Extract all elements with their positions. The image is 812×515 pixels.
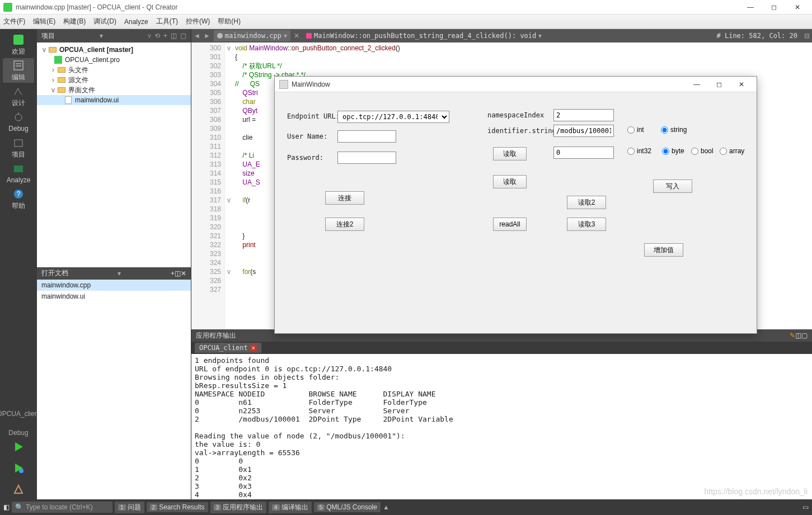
endpoint-combo[interactable]: opc.tcp://127.0.0.1:4840 — [337, 111, 449, 123]
file-icon — [217, 33, 223, 39]
run-target[interactable]: OPCUA_clientDebug — [3, 411, 34, 436]
mode-help[interactable]: ?帮助 — [3, 187, 34, 211]
read3-button[interactable]: 读取3 — [567, 218, 606, 231]
search-pane[interactable]: 2Search Results — [147, 502, 208, 512]
radio-int32[interactable]: int32 — [627, 147, 651, 155]
dialog-icon — [279, 80, 288, 89]
radio-bool[interactable]: bool — [691, 147, 714, 155]
connect-button[interactable]: 连接 — [325, 191, 364, 205]
open-close-icon[interactable]: ✕ — [181, 270, 186, 277]
sync-icon[interactable]: ⟲ — [154, 32, 160, 40]
nav-fwd-icon[interactable]: ► — [204, 32, 210, 40]
output-body[interactable]: 1 endpoints found URL of endpoint 0 is o… — [191, 354, 812, 499]
close-button[interactable]: ✕ — [786, 1, 809, 14]
tree-headers[interactable]: ›头文件 — [37, 65, 191, 75]
mode-debug[interactable]: Debug — [3, 110, 34, 134]
open-file-ui[interactable]: mainwindow.ui — [37, 291, 191, 302]
radio-byte[interactable]: byte — [662, 147, 684, 155]
dlg-maximize-button[interactable]: ◻ — [708, 78, 730, 91]
progress-icon[interactable]: ▭ — [802, 503, 809, 511]
menu-help[interactable]: 帮助(H) — [218, 17, 241, 26]
qmlconsole-pane[interactable]: 5QML/JS Console — [314, 502, 381, 512]
dialog-titlebar[interactable]: MainWindow — ◻ ✕ — [275, 77, 757, 92]
file-tab[interactable]: mainwindow.cpp▾ — [214, 30, 290, 41]
tab-close-icon[interactable]: × — [250, 344, 257, 351]
run-button[interactable] — [3, 437, 34, 457]
open-docs-header: 打开文档▾ +◫✕ — [37, 267, 191, 280]
open-add-icon[interactable]: + — [171, 270, 175, 277]
menu-bar: 文件(F) 编辑(E) 构建(B) 调试(D) Analyze 工具(T) 控件… — [0, 15, 812, 29]
mode-analyze[interactable]: Analyze — [3, 161, 34, 186]
read2-button[interactable]: 读取2 — [567, 196, 606, 209]
fold-column[interactable]: vvv — [225, 42, 233, 329]
run-debug-button[interactable] — [3, 458, 34, 478]
label-ns: namespaceIndex — [487, 111, 544, 119]
out-close-icon[interactable]: ▢ — [801, 332, 808, 339]
editor-tabbar: ◄ ► mainwindow.cpp▾ ✕ MainWindow::on_pus… — [191, 29, 812, 42]
menu-debug[interactable]: 调试(D) — [93, 17, 116, 26]
open-split-icon[interactable]: ◫ — [175, 270, 181, 277]
function-selector[interactable]: MainWindow::on_pushButton_string_read_4_… — [303, 30, 545, 41]
build-button[interactable] — [3, 479, 34, 499]
open-file-cpp[interactable]: mainwindow.cpp — [37, 280, 191, 291]
menu-edit[interactable]: 编辑(E) — [33, 17, 55, 26]
write-button[interactable]: 写入 — [653, 179, 692, 193]
mode-design[interactable]: 设计 — [3, 84, 34, 108]
addval-button[interactable]: 增加值 — [644, 243, 683, 257]
svg-rect-0 — [13, 35, 24, 45]
tree-forms[interactable]: v界面文件 — [37, 85, 191, 95]
read-button[interactable]: 读取 — [493, 147, 527, 160]
svg-marker-11 — [15, 442, 23, 451]
label-username: User Name: — [287, 133, 327, 140]
radio-int[interactable]: int — [627, 126, 644, 134]
compileout-pane[interactable]: 4编译输出 — [269, 502, 312, 513]
menu-file[interactable]: 文件(F) — [3, 17, 25, 26]
dlg-minimize-button[interactable]: — — [686, 78, 707, 91]
appout-pane[interactable]: 3应用程序输出 — [210, 502, 267, 513]
tree-mainwindow-ui[interactable]: mainwindow.ui — [37, 95, 191, 105]
ns-input[interactable] — [553, 109, 614, 121]
username-input[interactable] — [337, 130, 396, 143]
value-input[interactable] — [553, 147, 614, 159]
method-icon — [306, 33, 312, 39]
locator-input[interactable]: 🔍Type to locate (Ctrl+K) — [12, 502, 112, 513]
out-tool-icon[interactable]: ✎ — [790, 332, 795, 339]
id-input[interactable] — [553, 125, 614, 137]
readall-button[interactable]: readAll — [493, 218, 527, 231]
bottom-bar: ◧ 🔍Type to locate (Ctrl+K) 1问题 2Search R… — [0, 499, 812, 515]
watermark: https://blog.csdn.net/lyndon_li — [705, 487, 808, 496]
output-tab-app[interactable]: OPCUA_client× — [195, 343, 261, 353]
close-panel-icon[interactable]: ▢ — [180, 32, 186, 40]
mode-projects[interactable]: 项目 — [3, 135, 34, 160]
tree-pro[interactable]: OPCUA_client.pro — [37, 55, 191, 65]
up-icon[interactable]: ▲ — [383, 503, 389, 511]
menu-analyze[interactable]: Analyze — [124, 18, 148, 26]
issues-pane[interactable]: 1问题 — [115, 502, 144, 513]
dlg-close-button[interactable]: ✕ — [731, 78, 752, 91]
mode-welcome[interactable]: 欢迎 — [3, 32, 34, 57]
tree-root[interactable]: vOPCUA_client [master] — [37, 45, 191, 55]
minimize-button[interactable]: — — [739, 1, 762, 14]
project-tree[interactable]: vOPCUA_client [master] OPCUA_client.pro … — [37, 42, 191, 267]
add-icon[interactable]: + — [163, 32, 167, 40]
tree-sources[interactable]: ›源文件 — [37, 75, 191, 85]
password-input[interactable] — [337, 152, 396, 164]
sidebar-toggle-icon[interactable]: ◧ — [3, 503, 10, 511]
out-split-icon[interactable]: ◫ — [795, 332, 801, 339]
read-b-button[interactable]: 读取 — [493, 175, 527, 188]
radio-array[interactable]: array — [720, 147, 744, 155]
maximize-button[interactable]: ◻ — [763, 1, 785, 14]
mainwindow-dialog: MainWindow — ◻ ✕ Endpoint URL: opc.tcp:/… — [274, 76, 757, 334]
radio-string[interactable]: string — [661, 126, 687, 134]
open-docs-list: mainwindow.cpp mainwindow.ui — [37, 280, 191, 500]
menu-widgets[interactable]: 控件(W) — [186, 17, 210, 26]
nav-back-icon[interactable]: ◄ — [194, 32, 200, 40]
split-icon[interactable]: ◫ — [171, 32, 177, 40]
menu-build[interactable]: 构建(B) — [63, 17, 86, 26]
mode-sidebar: 欢迎 编辑 设计 Debug 项目 Analyze ?帮助 OPCUA_clie… — [0, 29, 37, 499]
mode-edit[interactable]: 编辑 — [3, 58, 34, 83]
filter-icon[interactable]: ▿ — [148, 32, 151, 40]
menu-tools[interactable]: 工具(T) — [156, 17, 178, 26]
connect2-button[interactable]: 连接2 — [325, 218, 364, 231]
split-editor-icon[interactable]: ⊟ — [804, 32, 810, 40]
